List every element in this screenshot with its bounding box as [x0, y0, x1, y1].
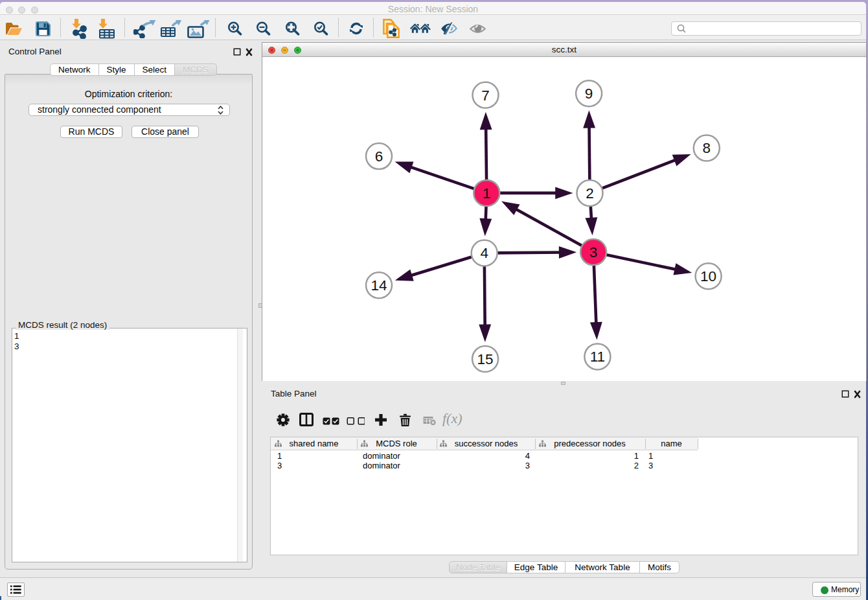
svg-text:15: 15 [477, 351, 494, 367]
svg-text:9: 9 [585, 86, 593, 102]
svg-text:14: 14 [371, 277, 387, 294]
svg-text:2: 2 [586, 185, 594, 202]
svg-text:10: 10 [700, 268, 716, 284]
svg-text:3: 3 [589, 244, 598, 260]
svg-text:1: 1 [483, 185, 491, 202]
svg-text:4: 4 [480, 246, 488, 262]
svg-text:11: 11 [590, 349, 605, 365]
svg-text:8: 8 [703, 141, 711, 157]
svg-text:7: 7 [481, 87, 490, 104]
svg-text:6: 6 [375, 148, 383, 165]
